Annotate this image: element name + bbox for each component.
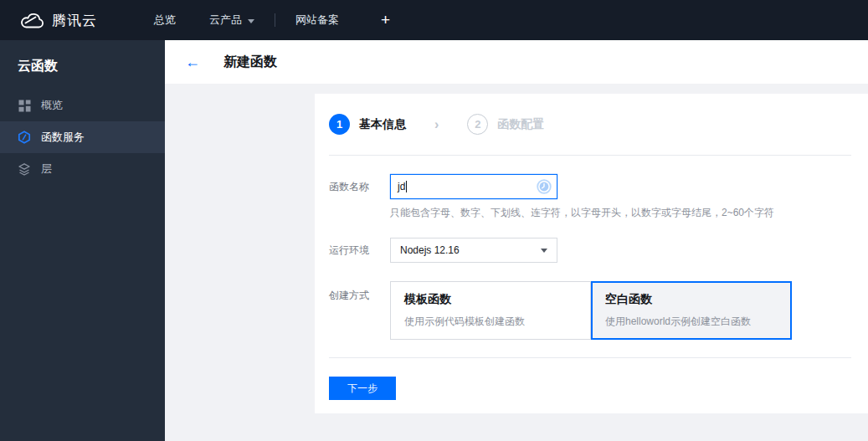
add-tab-plus-icon[interactable]: +: [367, 11, 403, 29]
pending-clock-icon: [537, 179, 552, 194]
step-number-badge: 2: [467, 114, 488, 135]
runtime-select[interactable]: Nodejs 12.16: [390, 238, 557, 263]
brand-label: 腾讯云: [52, 11, 97, 30]
sidebar-item-layers[interactable]: 层: [0, 153, 165, 185]
sidebar-item-function-service[interactable]: 函数服务: [0, 121, 165, 153]
tencent-cloud-brand[interactable]: 腾讯云: [18, 11, 97, 30]
wizard-steps: 1 基本信息 › 2 函数配置: [329, 94, 851, 156]
main-area: ← 新建函数 1 基本信息 › 2 函数配置: [165, 40, 868, 441]
content-area: 1 基本信息 › 2 函数配置 函数名称 jd: [165, 84, 868, 441]
sidebar-item-label: 层: [41, 162, 52, 177]
method-card-template-function[interactable]: 模板函数 使用示例代码模板创建函数: [390, 281, 591, 340]
nav-item-label: 网站备案: [295, 13, 339, 28]
page-header: ← 新建函数: [165, 40, 868, 84]
method-card-blank-function[interactable]: 空白函数 使用helloworld示例创建空白函数: [591, 281, 792, 340]
function-name-label: 函数名称: [329, 174, 390, 220]
tencent-cloud-logo-icon: [18, 11, 44, 29]
form-actions: 下一步: [329, 358, 851, 400]
method-card-title: 模板函数: [404, 292, 577, 307]
sidebar-item-label: 概览: [41, 98, 63, 113]
page-title: 新建函数: [223, 54, 277, 71]
creation-method-row: 创建方式 模板函数 使用示例代码模板创建函数 空白函数 使用helloworld…: [329, 281, 851, 340]
method-card-desc: 使用示例代码模板创建函数: [404, 315, 577, 329]
runtime-label: 运行环境: [329, 238, 390, 263]
layers-icon: [18, 162, 31, 176]
create-function-card: 1 基本信息 › 2 函数配置 函数名称 jd: [315, 94, 868, 413]
function-name-input[interactable]: jd: [390, 174, 557, 199]
top-navbar: 腾讯云 总览 云产品 网站备案 +: [0, 0, 868, 40]
method-card-title: 空白函数: [605, 292, 778, 307]
step-chevron-icon: ›: [434, 117, 439, 132]
method-card-desc: 使用helloworld示例创建空白函数: [605, 315, 778, 329]
wizard-step-function-config: 2 函数配置: [467, 114, 544, 135]
wizard-step-basic-info: 1 基本信息: [329, 114, 406, 135]
top-nav-links: 总览 云产品 网站备案 +: [137, 0, 403, 40]
sidebar-item-label: 函数服务: [41, 130, 85, 145]
nav-item-cloud-products[interactable]: 云产品: [193, 0, 271, 40]
next-step-button[interactable]: 下一步: [329, 377, 396, 400]
function-name-hint: 只能包含字母、数字、下划线、连字符，以字母开头，以数字或字母结尾，2~60个字符: [390, 206, 774, 220]
sidebar-item-overview[interactable]: 概览: [0, 90, 165, 121]
nav-item-overview[interactable]: 总览: [137, 0, 193, 40]
function-name-row: 函数名称 jd: [329, 174, 851, 220]
back-arrow-icon[interactable]: ←: [180, 51, 205, 73]
nav-divider: [275, 13, 275, 27]
caret-down-icon: [248, 19, 254, 23]
nav-item-icp-filing[interactable]: 网站备案: [279, 0, 356, 40]
nav-item-label: 总览: [154, 13, 176, 28]
sidebar-title: 云函数: [0, 40, 165, 90]
function-service-icon: [18, 131, 31, 144]
select-caret-icon: [541, 249, 547, 253]
basic-info-form: 函数名称 jd: [329, 156, 851, 400]
runtime-selected-value: Nodejs 12.16: [400, 244, 460, 256]
step-number-badge: 1: [329, 114, 350, 135]
text-cursor: [406, 181, 407, 192]
step-label: 函数配置: [497, 117, 544, 132]
creation-method-label: 创建方式: [329, 281, 390, 340]
nav-item-label: 云产品: [209, 13, 242, 28]
step-label: 基本信息: [359, 117, 406, 132]
creation-method-cards: 模板函数 使用示例代码模板创建函数 空白函数 使用helloworld示例创建空…: [390, 281, 792, 340]
runtime-row: 运行环境 Nodejs 12.16: [329, 238, 851, 263]
sidebar: 云函数 概览 函数服务: [0, 40, 165, 441]
function-name-value: jd: [398, 181, 405, 192]
grid-icon: [18, 99, 31, 112]
